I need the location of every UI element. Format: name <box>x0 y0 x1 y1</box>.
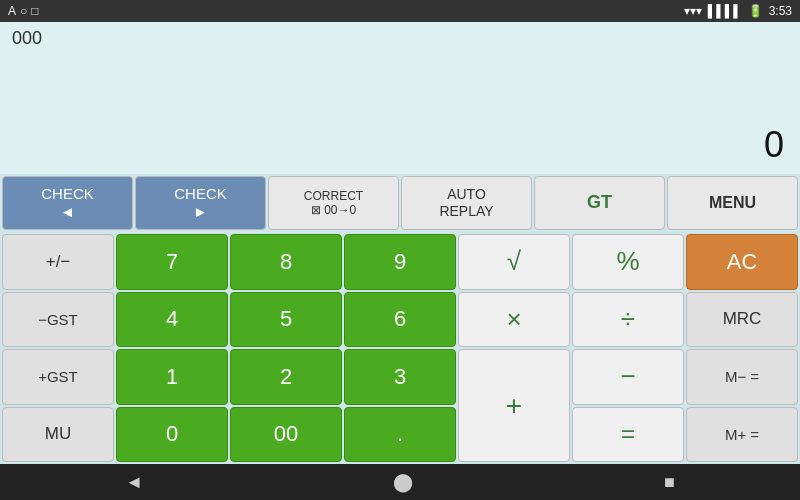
recent-nav-icon[interactable]: ■ <box>664 472 675 493</box>
func-row: CHECK ◄ CHECK ► CORRECT ⊠ 00→0 AUTO REPL… <box>0 174 800 232</box>
key-00[interactable]: 00 <box>230 407 342 463</box>
battery-icon: 🔋 <box>748 4 763 18</box>
key-4[interactable]: 4 <box>116 292 228 348</box>
status-icon-square: □ <box>31 4 38 18</box>
gt-label: GT <box>587 192 612 214</box>
keypad: +/− 7 8 9 √ % AC −GST 4 5 6 <box>0 232 800 464</box>
key-7[interactable]: 7 <box>116 234 228 290</box>
check-right-arrow: ► <box>193 203 208 221</box>
menu-button[interactable]: MENU <box>667 176 798 230</box>
check-left-button[interactable]: CHECK ◄ <box>2 176 133 230</box>
menu-label: MENU <box>709 193 756 212</box>
check-left-label: CHECK <box>41 185 94 203</box>
equals-key[interactable]: = <box>572 407 684 463</box>
correct-sub: ⊠ 00→0 <box>311 203 356 217</box>
sqrt-key[interactable]: √ <box>458 234 570 290</box>
wifi-icon: ▾▾▾ <box>684 4 702 18</box>
app: 000 0 CHECK ◄ CHECK ► CORRECT ⊠ 00→0 AUT… <box>0 22 800 464</box>
check-left-arrow: ◄ <box>60 203 75 221</box>
plus-minus-key[interactable]: +/− <box>2 234 114 290</box>
key-dot[interactable]: . <box>344 407 456 463</box>
home-nav-icon[interactable]: ⬤ <box>393 471 413 493</box>
status-left: A ○ □ <box>8 4 39 18</box>
divide-key[interactable]: ÷ <box>572 292 684 348</box>
key-2[interactable]: 2 <box>230 349 342 405</box>
mrc-key[interactable]: MRC <box>686 292 798 348</box>
correct-button[interactable]: CORRECT ⊠ 00→0 <box>268 176 399 230</box>
back-nav-icon[interactable]: ◄ <box>125 472 143 493</box>
gt-button[interactable]: GT <box>534 176 665 230</box>
key-1[interactable]: 1 <box>116 349 228 405</box>
ac-key[interactable]: AC <box>686 234 798 290</box>
m-plus-key[interactable]: M+ = <box>686 407 798 463</box>
status-icon-a: A <box>8 4 16 18</box>
multiply-key[interactable]: × <box>458 292 570 348</box>
mu-key[interactable]: MU <box>2 407 114 463</box>
minus-key[interactable]: − <box>572 349 684 405</box>
nav-bar: ◄ ⬤ ■ <box>0 464 800 500</box>
key-8[interactable]: 8 <box>230 234 342 290</box>
status-bar: A ○ □ ▾▾▾ ▌▌▌▌ 🔋 3:53 <box>0 0 800 22</box>
status-icon-circle: ○ <box>20 4 27 18</box>
key-6[interactable]: 6 <box>344 292 456 348</box>
auto-replay-label1: AUTO <box>447 186 486 203</box>
percent-key[interactable]: % <box>572 234 684 290</box>
tape-display: 000 <box>12 28 788 49</box>
key-5[interactable]: 5 <box>230 292 342 348</box>
key-0[interactable]: 0 <box>116 407 228 463</box>
key-3[interactable]: 3 <box>344 349 456 405</box>
time-display: 3:53 <box>769 4 792 18</box>
key-9[interactable]: 9 <box>344 234 456 290</box>
auto-replay-label2: REPLAY <box>439 203 493 220</box>
signal-icon: ▌▌▌▌ <box>708 4 742 18</box>
display-area: 000 0 <box>0 22 800 174</box>
plus-key[interactable]: + <box>458 349 570 462</box>
check-right-label: CHECK <box>174 185 227 203</box>
auto-replay-button[interactable]: AUTO REPLAY <box>401 176 532 230</box>
correct-label: CORRECT <box>304 189 363 203</box>
minus-gst-key[interactable]: −GST <box>2 292 114 348</box>
plus-gst-key[interactable]: +GST <box>2 349 114 405</box>
m-minus-key[interactable]: M− = <box>686 349 798 405</box>
main-display: 0 <box>764 124 784 166</box>
status-right: ▾▾▾ ▌▌▌▌ 🔋 3:53 <box>684 4 792 18</box>
check-right-button[interactable]: CHECK ► <box>135 176 266 230</box>
